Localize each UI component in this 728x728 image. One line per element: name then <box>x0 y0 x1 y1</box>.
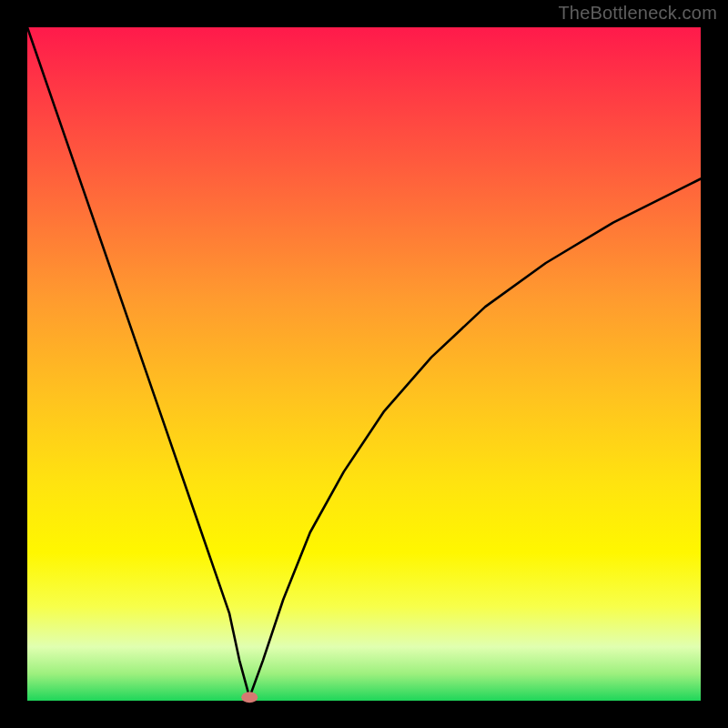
watermark-text: TheBottleneck.com <box>558 3 717 24</box>
outer-frame: TheBottleneck.com <box>0 0 728 728</box>
plot-background <box>27 27 701 701</box>
optimum-marker <box>241 692 258 703</box>
bottleneck-chart <box>0 0 728 728</box>
